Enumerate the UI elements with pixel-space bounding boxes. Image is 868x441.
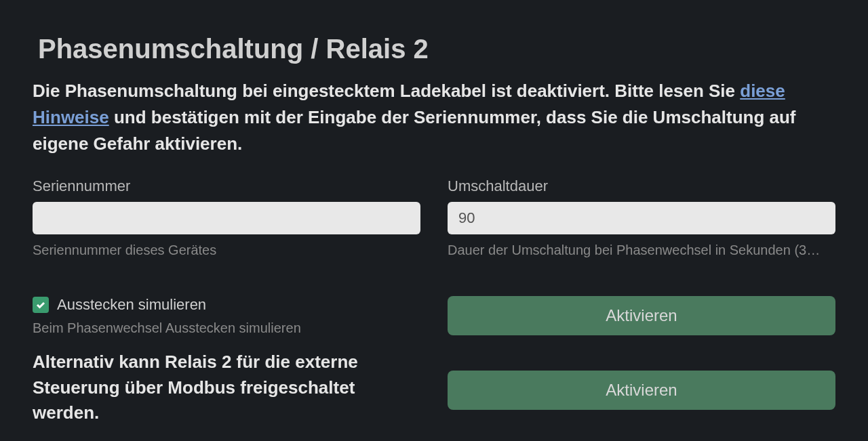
activate-phase-button[interactable]: Aktivieren	[448, 296, 835, 335]
simulate-unplug-label: Ausstecken simulieren	[57, 296, 206, 314]
simulate-unplug-row: Ausstecken simulieren	[33, 296, 420, 314]
duration-help: Dauer der Umschaltung bei Phasenwechsel …	[448, 243, 835, 258]
check-icon	[35, 299, 46, 310]
description-part1: Die Phasenumschaltung bei eingestecktem …	[33, 81, 740, 101]
phase-switch-description: Die Phasenumschaltung bei eingestecktem …	[33, 78, 835, 157]
simulate-unplug-checkbox[interactable]	[33, 297, 49, 313]
page-title: Phasenumschaltung / Relais 2	[38, 34, 835, 64]
serial-number-group: Seriennummer Seriennummer dieses Gerätes	[33, 177, 420, 258]
description-part2: und bestätigen mit der Eingabe der Serie…	[33, 107, 796, 154]
alt-description: Alternativ kann Relais 2 für die externe…	[33, 350, 420, 426]
duration-input[interactable]	[448, 202, 835, 234]
activate-relay2-button[interactable]: Aktivieren	[448, 371, 835, 410]
serial-number-label: Seriennummer	[33, 177, 420, 195]
serial-number-input[interactable]	[33, 202, 420, 234]
duration-label: Umschaltdauer	[448, 177, 835, 195]
duration-group: Umschaltdauer Dauer der Umschaltung bei …	[448, 177, 835, 258]
simulate-unplug-help: Beim Phasenwechsel Ausstecken simulieren	[33, 320, 420, 336]
serial-number-help: Seriennummer dieses Gerätes	[33, 243, 420, 258]
